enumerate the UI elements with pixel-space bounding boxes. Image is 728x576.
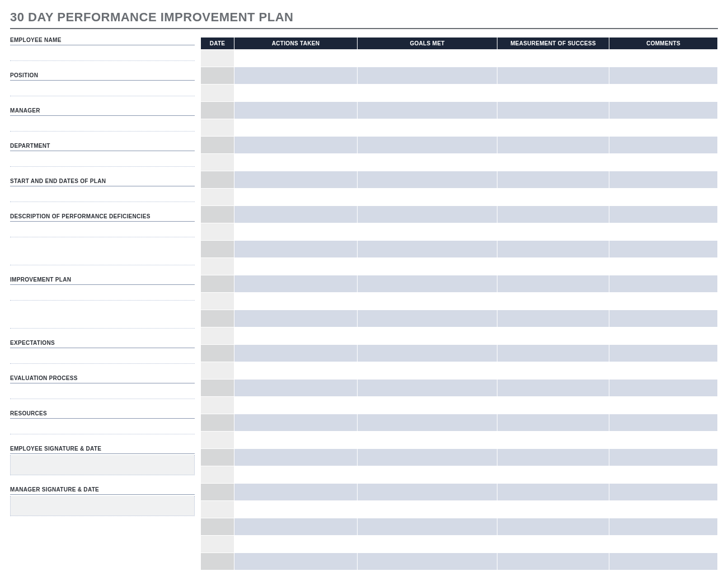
cell-input-date[interactable] [201,67,234,84]
cell-input-actions[interactable] [234,154,357,171]
cell-input-date[interactable] [201,501,234,518]
cell-input-measure[interactable] [497,206,609,223]
cell-input-comments[interactable] [609,85,717,101]
cell-input-measure[interactable] [497,223,609,240]
cell-input-goals[interactable] [358,223,497,240]
cell-input-comments[interactable] [609,466,717,483]
cell-input-comments[interactable] [609,67,717,84]
cell-input-comments[interactable] [609,102,717,119]
cell-input-actions[interactable] [234,223,357,240]
cell-input-actions[interactable] [234,362,357,379]
cell-input-goals[interactable] [358,432,497,448]
cell-input-goals[interactable] [358,119,497,136]
cell-input-measure[interactable] [497,50,609,67]
cell-input-actions[interactable] [234,553,357,570]
cell-input-goals[interactable] [358,293,497,310]
cell-input-comments[interactable] [609,137,717,153]
cell-input-date[interactable] [201,154,234,171]
cell-input-comments[interactable] [609,171,717,188]
cell-input-measure[interactable] [497,380,609,396]
cell-input-date[interactable] [201,206,234,223]
cell-input-measure[interactable] [497,67,609,84]
cell-input-measure[interactable] [497,258,609,275]
cell-input-comments[interactable] [609,362,717,379]
field-input[interactable] [10,313,195,329]
cell-input-goals[interactable] [358,171,497,188]
cell-input-goals[interactable] [358,397,497,414]
cell-input-measure[interactable] [497,432,609,448]
cell-input-date[interactable] [201,189,234,205]
cell-input-measure[interactable] [497,275,609,292]
cell-input-goals[interactable] [358,137,497,153]
cell-input-date[interactable] [201,137,234,153]
cell-input-comments[interactable] [609,293,717,310]
cell-input-date[interactable] [201,241,234,257]
field-input[interactable] [10,45,195,61]
field-input[interactable] [10,419,195,434]
cell-input-goals[interactable] [358,362,497,379]
field-input[interactable] [10,186,195,202]
cell-input-actions[interactable] [234,102,357,119]
signature-area[interactable] [10,455,195,475]
cell-input-actions[interactable] [234,119,357,136]
cell-input-comments[interactable] [609,223,717,240]
cell-input-date[interactable] [201,223,234,240]
cell-input-actions[interactable] [234,310,357,327]
cell-input-date[interactable] [201,536,234,552]
cell-input-actions[interactable] [234,484,357,500]
cell-input-measure[interactable] [497,137,609,153]
cell-input-date[interactable] [201,484,234,500]
field-input[interactable] [10,81,195,96]
cell-input-measure[interactable] [497,466,609,483]
cell-input-measure[interactable] [497,484,609,500]
cell-input-goals[interactable] [358,553,497,570]
cell-input-actions[interactable] [234,518,357,535]
cell-input-actions[interactable] [234,432,357,448]
cell-input-actions[interactable] [234,449,357,466]
cell-input-date[interactable] [201,414,234,431]
cell-input-actions[interactable] [234,85,357,101]
cell-input-measure[interactable] [497,397,609,414]
cell-input-actions[interactable] [234,345,357,362]
cell-input-comments[interactable] [609,553,717,570]
cell-input-comments[interactable] [609,397,717,414]
cell-input-goals[interactable] [358,241,497,257]
cell-input-actions[interactable] [234,397,357,414]
cell-input-comments[interactable] [609,206,717,223]
cell-input-actions[interactable] [234,293,357,310]
cell-input-measure[interactable] [497,310,609,327]
cell-input-date[interactable] [201,362,234,379]
cell-input-date[interactable] [201,432,234,448]
cell-input-date[interactable] [201,518,234,535]
cell-input-date[interactable] [201,466,234,483]
cell-input-measure[interactable] [497,154,609,171]
field-input[interactable] [10,222,195,237]
cell-input-comments[interactable] [609,414,717,431]
cell-input-goals[interactable] [358,310,497,327]
cell-input-measure[interactable] [497,189,609,205]
field-input[interactable] [10,383,195,399]
cell-input-goals[interactable] [358,484,497,500]
cell-input-actions[interactable] [234,275,357,292]
cell-input-measure[interactable] [497,553,609,570]
signature-area[interactable] [10,496,195,516]
cell-input-comments[interactable] [609,345,717,362]
cell-input-date[interactable] [201,85,234,101]
cell-input-measure[interactable] [497,414,609,431]
cell-input-comments[interactable] [609,119,717,136]
cell-input-goals[interactable] [358,536,497,552]
cell-input-goals[interactable] [358,466,497,483]
cell-input-measure[interactable] [497,102,609,119]
cell-input-actions[interactable] [234,414,357,431]
cell-input-goals[interactable] [358,102,497,119]
cell-input-actions[interactable] [234,67,357,84]
cell-input-goals[interactable] [358,67,497,84]
cell-input-actions[interactable] [234,137,357,153]
cell-input-measure[interactable] [497,119,609,136]
cell-input-comments[interactable] [609,536,717,552]
cell-input-goals[interactable] [358,258,497,275]
cell-input-date[interactable] [201,380,234,396]
cell-input-actions[interactable] [234,50,357,67]
cell-input-goals[interactable] [358,518,497,535]
cell-input-actions[interactable] [234,189,357,205]
